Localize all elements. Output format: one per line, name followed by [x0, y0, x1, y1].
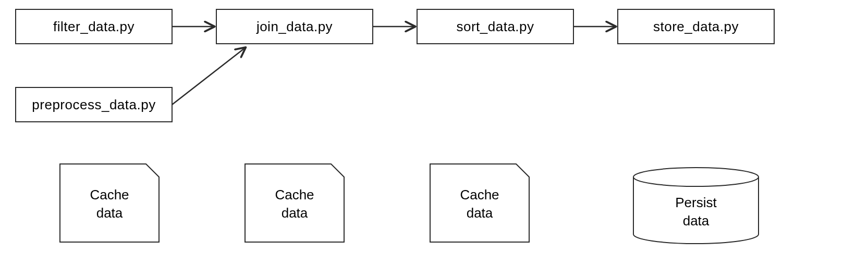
node-join-label: join_data.py [256, 19, 333, 34]
node-preprocess: preprocess_data.py [16, 87, 172, 122]
storage-cache-1-line2: data [96, 205, 123, 221]
storage-database-line1: Persist [675, 195, 717, 210]
storage-database-line2: data [683, 213, 710, 229]
node-sort: sort_data.py [417, 9, 573, 44]
node-join: join_data.py [216, 9, 373, 44]
node-store-label: store_data.py [653, 19, 739, 34]
storage-cache-1-line1: Cache [90, 187, 129, 202]
storage-cache-3: Cache data [430, 164, 529, 242]
node-filter-label: filter_data.py [53, 19, 135, 34]
storage-cache-1: Cache data [60, 164, 159, 242]
storage-database: Persist data [633, 168, 759, 244]
svg-point-5 [633, 168, 759, 186]
node-filter: filter_data.py [16, 9, 172, 44]
node-store: store_data.py [618, 9, 774, 44]
storage-cache-3-line1: Cache [460, 187, 499, 202]
storage-cache-3-line2: data [467, 205, 493, 221]
storage-cache-2: Cache data [245, 164, 344, 242]
storage-cache-2-line2: data [282, 205, 308, 221]
arrow-preprocess-to-join [172, 48, 245, 105]
node-preprocess-label: preprocess_data.py [32, 97, 155, 112]
storage-cache-2-line1: Cache [275, 187, 314, 202]
node-sort-label: sort_data.py [456, 19, 534, 34]
pipeline-diagram: filter_data.py join_data.py sort_data.py… [0, 0, 868, 266]
